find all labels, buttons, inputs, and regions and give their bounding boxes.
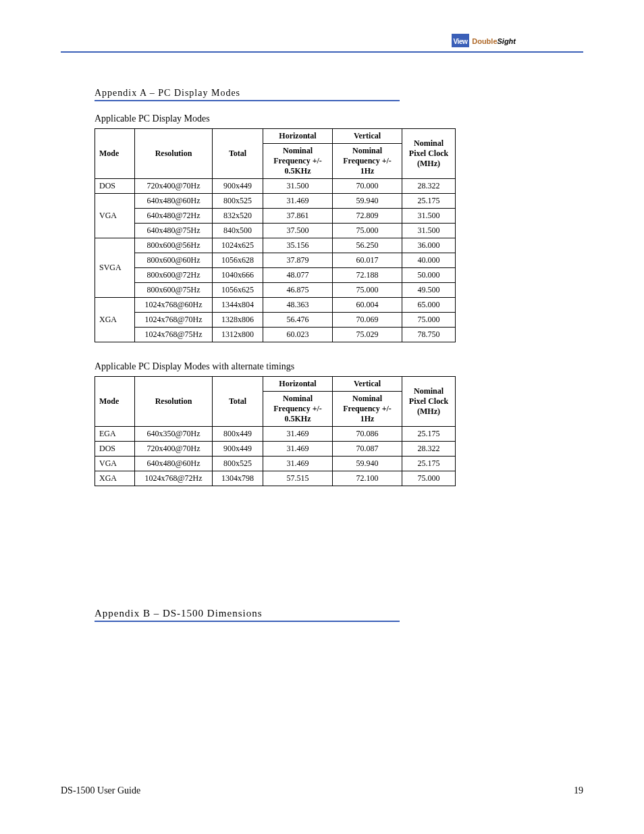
th-total: Total — [213, 377, 263, 427]
logo-box: View — [452, 34, 470, 47]
table-row: 800x600@72Hz 1040x666 48.077 72.188 50.0… — [95, 268, 456, 283]
cell-h: 48.363 — [263, 298, 333, 313]
th-vertical: Vertical — [333, 129, 402, 144]
cell-mode: VGA — [95, 194, 135, 238]
cell-mode: DOS — [95, 442, 135, 457]
cell-total: 800x449 — [213, 427, 263, 442]
table-row: DOS 720x400@70Hz 900x449 31.500 70.000 2… — [95, 179, 456, 194]
logo-box-text: View — [454, 38, 468, 45]
cell-clock: 25.175 — [402, 457, 456, 471]
appendix-a-underline — [95, 100, 400, 101]
cell-clock: 75.000 — [402, 471, 456, 486]
table-alternate-timings: Mode Resolution Total Horizontal Vertica… — [95, 376, 456, 486]
cell-mode: XGA — [95, 298, 135, 342]
cell-clock: 28.322 — [402, 179, 456, 194]
cell-clock: 31.500 — [402, 209, 456, 224]
cell-res: 1024x768@75Hz — [135, 328, 213, 342]
th-v-nominal: Nominal Frequency +/- 1Hz — [333, 392, 402, 427]
th-horizontal: Horizontal — [263, 377, 333, 392]
cell-v: 59.940 — [333, 457, 402, 471]
appendix-b-title: Appendix B – DS-1500 Dimensions — [95, 608, 400, 619]
cell-v: 70.000 — [333, 179, 402, 194]
footer-page-number: 19 — [574, 785, 583, 796]
table-row: XGA 1024x768@60Hz 1344x804 48.363 60.004… — [95, 298, 456, 313]
cell-v: 70.086 — [333, 427, 402, 442]
th-resolution: Resolution — [135, 129, 213, 179]
cell-clock: 49.500 — [402, 283, 456, 298]
cell-h: 35.156 — [263, 238, 333, 253]
th-total: Total — [213, 129, 263, 179]
cell-v: 56.250 — [333, 238, 402, 253]
cell-total: 1024x625 — [213, 238, 263, 253]
cell-total: 1056x628 — [213, 253, 263, 268]
cell-res: 640x480@75Hz — [135, 224, 213, 238]
cell-v: 75.000 — [333, 224, 402, 238]
table1-head: Mode Resolution Total Horizontal Vertica… — [95, 129, 456, 179]
cell-clock: 40.000 — [402, 253, 456, 268]
th-clock: Nominal Pixel Clock (MHz) — [402, 129, 456, 179]
appendix-a-title: Appendix A – PC Display Modes — [95, 88, 400, 99]
cell-v: 70.087 — [333, 442, 402, 457]
cell-h: 31.469 — [263, 194, 333, 209]
cell-total: 900x449 — [213, 179, 263, 194]
cell-v: 60.004 — [333, 298, 402, 313]
cell-h: 31.500 — [263, 179, 333, 194]
cell-res: 720x400@70Hz — [135, 179, 213, 194]
cell-res: 800x600@56Hz — [135, 238, 213, 253]
th-vertical: Vertical — [333, 377, 402, 392]
table-row: VGA 640x480@60Hz 800x525 31.469 59.940 2… — [95, 194, 456, 209]
page: View DoubleSight Appendix A – PC Display… — [0, 0, 644, 834]
cell-h: 37.500 — [263, 224, 333, 238]
header-rule: View DoubleSight — [61, 36, 583, 53]
cell-h: 31.469 — [263, 442, 333, 457]
cell-total: 1304x798 — [213, 471, 263, 486]
table-row: 640x480@72Hz 832x520 37.861 72.809 31.50… — [95, 209, 456, 224]
cell-v: 72.188 — [333, 268, 402, 283]
cell-total: 1344x804 — [213, 298, 263, 313]
appendix-b-heading: Appendix B – DS-1500 Dimensions — [95, 608, 400, 622]
cell-clock: 28.322 — [402, 442, 456, 457]
cell-clock: 65.000 — [402, 298, 456, 313]
table-row: 1024x768@75Hz 1312x800 60.023 75.029 78.… — [95, 328, 456, 342]
table2-body: EGA 640x350@70Hz 800x449 31.469 70.086 2… — [95, 427, 456, 486]
cell-h: 31.469 — [263, 457, 333, 471]
th-horizontal: Horizontal — [263, 129, 333, 144]
cell-res: 720x400@70Hz — [135, 442, 213, 457]
appendix-b-underline — [95, 621, 400, 622]
cell-total: 800x525 — [213, 194, 263, 209]
table-row: 800x600@60Hz 1056x628 37.879 60.017 40.0… — [95, 253, 456, 268]
cell-res: 800x600@72Hz — [135, 268, 213, 283]
cell-clock: 36.000 — [402, 238, 456, 253]
brand-logo: View DoubleSight — [452, 34, 516, 47]
cell-res: 1024x768@70Hz — [135, 313, 213, 328]
cell-clock: 50.000 — [402, 268, 456, 283]
cell-total: 1328x806 — [213, 313, 263, 328]
cell-h: 56.476 — [263, 313, 333, 328]
cell-mode: EGA — [95, 427, 135, 442]
cell-res: 640x480@60Hz — [135, 194, 213, 209]
table-row: XGA 1024x768@72Hz 1304x798 57.515 72.100… — [95, 471, 456, 486]
logo-text: DoubleSight — [472, 34, 516, 47]
logo-word-1: Double — [472, 37, 497, 45]
cell-res: 640x480@60Hz — [135, 457, 213, 471]
cell-total: 1040x666 — [213, 268, 263, 283]
cell-h: 31.469 — [263, 427, 333, 442]
cell-clock: 25.175 — [402, 427, 456, 442]
table1-caption: Applicable PC Display Modes — [95, 113, 583, 124]
cell-res: 1024x768@72Hz — [135, 471, 213, 486]
cell-res: 800x600@75Hz — [135, 283, 213, 298]
table1-body: DOS 720x400@70Hz 900x449 31.500 70.000 2… — [95, 179, 456, 342]
cell-h: 37.879 — [263, 253, 333, 268]
th-v-nominal: Nominal Frequency +/- 1Hz — [333, 144, 402, 179]
cell-clock: 75.000 — [402, 313, 456, 328]
table-row: VGA 640x480@60Hz 800x525 31.469 59.940 2… — [95, 457, 456, 471]
cell-v: 72.809 — [333, 209, 402, 224]
table-row: 640x480@75Hz 840x500 37.500 75.000 31.50… — [95, 224, 456, 238]
cell-total: 900x449 — [213, 442, 263, 457]
cell-h: 57.515 — [263, 471, 333, 486]
cell-mode: SVGA — [95, 238, 135, 298]
cell-res: 800x600@60Hz — [135, 253, 213, 268]
th-mode: Mode — [95, 129, 135, 179]
cell-total: 1056x625 — [213, 283, 263, 298]
cell-total: 800x525 — [213, 457, 263, 471]
